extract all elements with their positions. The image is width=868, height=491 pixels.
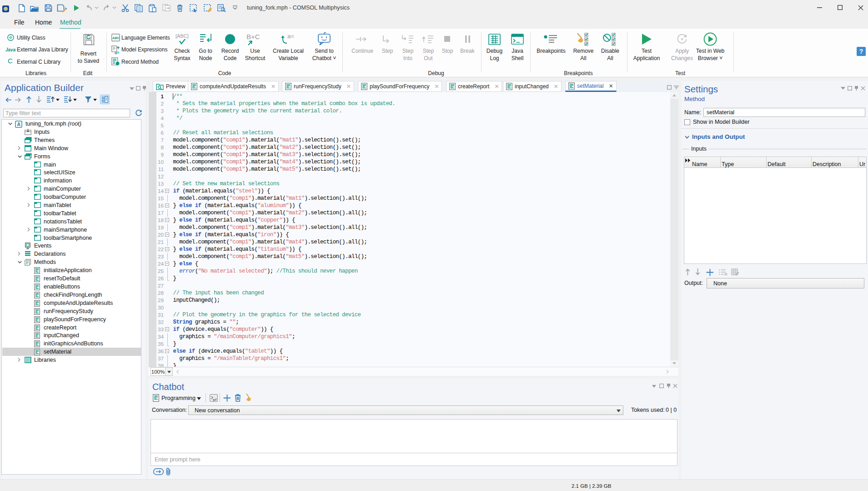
- svg-text:A: A: [17, 121, 21, 127]
- svg-text:B+C: B+C: [246, 33, 260, 40]
- svg-text:a=: a=: [115, 51, 119, 55]
- svg-text:ABC: ABC: [112, 36, 120, 40]
- svg-text:a=: a=: [287, 33, 294, 40]
- svg-text:[ABC]: [ABC]: [176, 33, 189, 39]
